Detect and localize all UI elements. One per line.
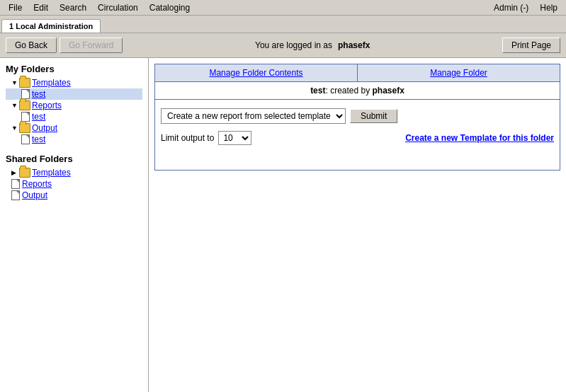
folder-icon-my-templates: [19, 78, 30, 88]
menu-cataloging[interactable]: Cataloging: [144, 1, 196, 14]
my-output-test-item[interactable]: test: [6, 134, 142, 145]
right-panel: Manage Folder Contents Manage Folder tes…: [149, 58, 566, 392]
menu-edit[interactable]: Edit: [28, 1, 54, 14]
toolbar: Go Back Go Forward You are logged in as …: [0, 33, 566, 58]
my-templates-link[interactable]: Templates: [32, 78, 71, 88]
sidebar: My Folders ▼ Templates test ▼ Reports te…: [0, 58, 149, 392]
my-folders-heading: My Folders: [6, 64, 142, 74]
submit-button[interactable]: Submit: [350, 109, 397, 123]
toolbar-left: Go Back Go Forward: [6, 38, 123, 53]
create-template-link[interactable]: Create a new Template for this folder: [405, 133, 554, 143]
logged-in-area: You are logged in as phasefx: [249, 38, 375, 53]
expand-triangle-shared-templates: ▶: [11, 169, 18, 176]
menu-admin[interactable]: Admin (-): [488, 1, 534, 14]
tab-manage-folder-contents[interactable]: Manage Folder Contents: [155, 64, 358, 81]
go-back-button[interactable]: Go Back: [6, 38, 57, 53]
created-by-text: : created by: [325, 86, 372, 96]
shared-folders-heading: Shared Folders: [6, 154, 142, 164]
tab-local-admin[interactable]: 1 Local Administration: [1, 19, 101, 33]
my-reports-test-item[interactable]: test: [6, 111, 142, 122]
report-row: Create a new report from selected templa…: [161, 108, 554, 124]
doc-icon-shared-output: [11, 190, 20, 200]
my-reports-folder[interactable]: ▼ Reports: [6, 100, 142, 111]
panel-info-bar: test: created by phasefx: [154, 82, 560, 100]
doc-icon-my-output-test: [21, 134, 30, 144]
folder-icon-my-reports: [19, 100, 30, 110]
logged-in-label: You are logged in as: [249, 38, 338, 53]
content-layout: My Folders ▼ Templates test ▼ Reports te…: [0, 58, 566, 392]
main-area: Go Back Go Forward You are logged in as …: [0, 33, 566, 392]
limit-row: Limit output to 10 25 50 100: [161, 131, 251, 145]
expand-triangle-my-output: ▼: [11, 125, 18, 132]
doc-icon-my-templates-test: [21, 89, 30, 99]
shared-reports-link[interactable]: Reports: [22, 179, 52, 189]
limit-select[interactable]: 10 25 50 100: [218, 131, 251, 145]
menu-circulation[interactable]: Circulation: [92, 1, 144, 14]
my-templates-folder[interactable]: ▼ Templates: [6, 77, 142, 88]
menu-help[interactable]: Help: [534, 1, 563, 14]
my-reports-link[interactable]: Reports: [32, 100, 62, 110]
created-by-user: phasefx: [373, 86, 404, 96]
doc-icon-shared-reports: [11, 179, 20, 189]
go-forward-button[interactable]: Go Forward: [60, 38, 123, 53]
panel-body: Create a new report from selected templa…: [154, 100, 560, 171]
menu-file[interactable]: File: [3, 1, 28, 14]
tabbar: 1 Local Administration: [0, 16, 566, 33]
print-page-button[interactable]: Print Page: [502, 38, 560, 53]
shared-output-link[interactable]: Output: [22, 190, 47, 200]
my-output-link[interactable]: Output: [32, 123, 57, 133]
expand-triangle-my-reports: ▼: [11, 102, 18, 109]
my-templates-test-link[interactable]: test: [32, 89, 45, 99]
shared-templates-link[interactable]: Templates: [32, 168, 71, 178]
folder-icon-my-output: [19, 123, 30, 133]
menu-search[interactable]: Search: [54, 1, 92, 14]
my-reports-test-link[interactable]: test: [32, 112, 45, 122]
shared-templates-folder[interactable]: ▶ Templates: [6, 167, 142, 178]
doc-icon-my-reports-test: [21, 112, 30, 122]
my-output-test-link[interactable]: test: [32, 134, 45, 144]
shared-output-item[interactable]: Output: [6, 190, 142, 201]
folder-icon-shared-templates: [19, 168, 30, 178]
menubar: File Edit Search Circulation Cataloging …: [0, 0, 566, 16]
expand-triangle-my-templates: ▼: [11, 79, 18, 86]
folder-name-label: test: [310, 86, 325, 96]
tab-manage-folder[interactable]: Manage Folder: [358, 64, 560, 81]
report-template-select[interactable]: Create a new report from selected templa…: [161, 108, 346, 124]
limit-and-link-row: Limit output to 10 25 50 100 Create a ne…: [161, 131, 554, 145]
panel-tabs: Manage Folder Contents Manage Folder: [154, 64, 560, 82]
my-templates-test-item[interactable]: test: [6, 88, 142, 100]
shared-reports-item[interactable]: Reports: [6, 178, 142, 190]
logged-in-user: phasefx: [338, 38, 375, 53]
limit-label: Limit output to: [161, 133, 214, 143]
my-output-folder[interactable]: ▼ Output: [6, 122, 142, 134]
